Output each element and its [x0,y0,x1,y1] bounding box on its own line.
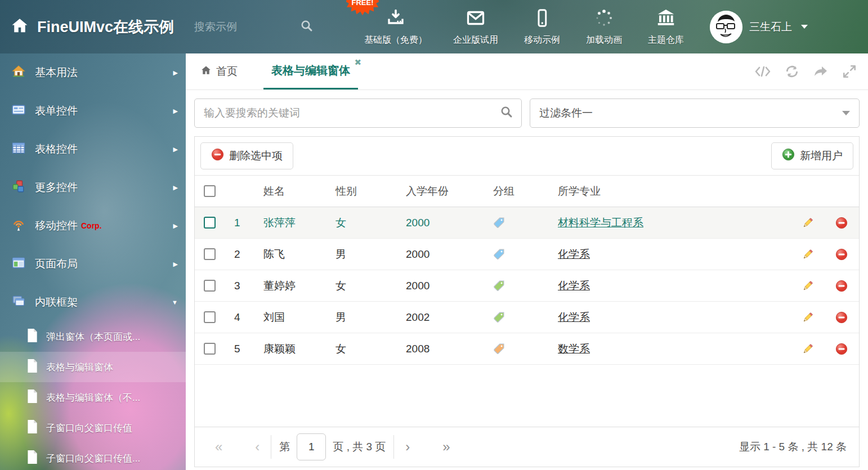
edit-icon[interactable] [791,248,824,261]
col-gender: 性别 [330,184,400,199]
keyword-search-box [194,99,522,128]
grid-icon [11,141,26,158]
file-icon [26,419,38,436]
col-group: 分组 [487,184,552,199]
sidebar-subitem-grid-edit-window-2[interactable]: 表格与编辑窗体（不... [0,382,186,413]
filter-row: 过滤条件一 [186,90,868,136]
sidebar-subitem-child-to-parent-2[interactable]: 子窗口向父窗口传值... [0,443,186,470]
first-page-icon[interactable]: « [212,439,226,455]
row-checkbox[interactable] [204,280,216,292]
select-all-checkbox[interactable] [204,185,216,197]
add-user-button[interactable]: 新增用户 [771,142,853,169]
brand[interactable]: FineUIMvc在线示例 [10,16,174,38]
mail-icon [466,8,486,30]
prev-page-icon[interactable]: ‹ [252,439,263,455]
edit-icon[interactable] [791,311,824,324]
major-link[interactable]: 数学系 [558,343,590,355]
bank-icon [656,8,676,30]
edit-icon[interactable] [791,280,824,292]
row-checkbox[interactable] [204,217,216,229]
major-link[interactable]: 化学系 [558,248,590,260]
cubes-icon [11,179,26,196]
expand-icon[interactable] [842,64,857,79]
delete-row-icon[interactable] [824,311,859,324]
tag-icon [487,343,552,355]
corp-badge: Corp. [81,221,102,230]
cell-gender: 女 [330,342,400,356]
plus-circle-icon [782,148,795,164]
nav-item-theme-repo[interactable]: 主题仓库 [648,8,684,46]
chevron-right-icon: ▶ [173,146,178,153]
keyword-search-input[interactable] [203,106,500,120]
form-icon [11,102,26,119]
sidebar-item-inline-frame[interactable]: 内联框架 ▼ [0,283,186,321]
avatar [710,11,742,43]
tag-icon [487,311,552,323]
last-page-icon[interactable]: » [439,439,453,455]
tab-strip: 首页 表格与编辑窗体 ✖ [186,53,868,90]
search-icon[interactable] [500,105,513,121]
col-name: 姓名 [258,184,330,199]
file-icon [26,389,38,406]
nav-item-mobile-demo[interactable]: 移动示例 [524,8,560,46]
nav-item-enterprise-trial[interactable]: 企业版试用 [453,8,498,46]
cell-year: 2000 [400,217,487,229]
signal-icon [11,217,26,234]
delete-row-icon[interactable] [824,343,859,355]
loader-icon [594,8,614,30]
user-menu[interactable]: 三生石上 [710,11,808,43]
tag-icon [487,248,552,260]
delete-row-icon[interactable] [824,217,859,229]
close-icon[interactable]: ✖ [354,57,361,68]
sidebar-subitem-grid-edit-window[interactable]: 表格与编辑窗体 [0,352,186,382]
major-link[interactable]: 化学系 [558,311,590,323]
sidebar-item-form-controls[interactable]: 表单控件 ▶ [0,92,186,130]
table-row[interactable]: 4 刘国 男 2002 化学系 [195,302,859,333]
edit-icon[interactable] [791,217,824,229]
col-year: 入学年份 [400,184,487,199]
share-icon[interactable] [813,65,829,78]
sidebar-subitem-child-to-parent[interactable]: 子窗口向父窗口传值 [0,413,186,443]
user-name: 三生石上 [749,20,792,34]
table-row[interactable]: 5 康颖颖 女 2008 数学系 [195,333,859,365]
file-icon [26,359,38,375]
cell-gender: 男 [330,247,400,262]
sidebar-item-grid-controls[interactable]: 表格控件 ▶ [0,130,186,168]
top-header: FineUIMvc在线示例 FREE! 基础版（免费） 企业版试用 [0,0,868,53]
search-icon[interactable] [300,19,314,35]
view-code-icon[interactable] [754,65,771,78]
delete-selected-button[interactable]: 删除选中项 [200,142,293,169]
table-row[interactable]: 2 陈飞 男 2000 化学系 [195,239,859,270]
cell-name: 康颖颖 [258,342,330,356]
tab-grid-edit-window[interactable]: 表格与编辑窗体 ✖ [263,53,358,89]
mobile-icon [532,8,552,30]
delete-row-icon[interactable] [824,280,859,292]
edit-icon[interactable] [791,343,824,355]
major-link[interactable]: 材料科学与工程系 [558,217,643,229]
sidebar-item-basic-usage[interactable]: 基本用法 ▶ [0,53,186,92]
tag-icon [487,217,552,229]
filter-dropdown[interactable]: 过滤条件一 [530,99,860,128]
grid-toolbar: 删除选中项 新增用户 [195,137,859,176]
sidebar-item-mobile-controls[interactable]: 移动控件 Corp. ▶ [0,207,186,245]
row-checkbox[interactable] [204,248,216,260]
delete-row-icon[interactable] [824,248,859,261]
tab-home[interactable]: 首页 [200,53,238,89]
sidebar-item-more-controls[interactable]: 更多控件 ▶ [0,168,186,207]
nav-item-loading-animation[interactable]: 加载动画 [586,8,622,46]
sidebar-item-page-layout[interactable]: 页面布局 ▶ [0,245,186,283]
table-row[interactable]: 1 张萍萍 女 2000 材料科学与工程系 [195,207,859,239]
tag-icon [487,280,552,292]
row-checkbox[interactable] [204,311,216,323]
major-link[interactable]: 化学系 [558,280,590,292]
page-number-input[interactable] [297,433,326,460]
next-page-icon[interactable]: › [402,439,413,455]
chevron-down-icon [801,25,808,29]
sidebar-subitem-popup-window[interactable]: 弹出窗体（本页面或... [0,321,186,352]
nav-item-basic-free[interactable]: FREE! 基础版（免费） [364,8,427,46]
refresh-icon[interactable] [785,64,799,79]
header-search-input[interactable] [193,20,280,34]
table-row[interactable]: 3 董婷婷 女 2000 化学系 [195,270,859,302]
row-checkbox[interactable] [204,343,216,355]
chevron-down-icon: ▼ [172,299,178,306]
